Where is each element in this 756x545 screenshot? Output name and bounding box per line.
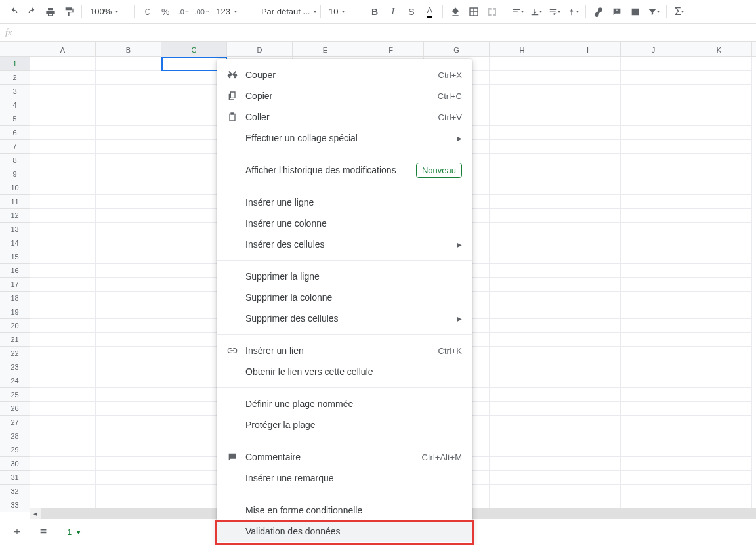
- cell-H15[interactable]: [490, 250, 555, 264]
- cell-J6[interactable]: [621, 126, 686, 140]
- cell-I6[interactable]: [555, 126, 621, 140]
- cell-I9[interactable]: [555, 167, 621, 181]
- cell-A26[interactable]: [30, 402, 96, 416]
- row-header-33[interactable]: 33: [0, 498, 30, 512]
- cell-J26[interactable]: [621, 402, 686, 416]
- cell-J9[interactable]: [621, 167, 686, 181]
- cell-I24[interactable]: [555, 374, 621, 388]
- formula-input[interactable]: [20, 24, 751, 41]
- cell-A19[interactable]: [30, 305, 96, 319]
- cell-I11[interactable]: [555, 195, 621, 209]
- cell-A29[interactable]: [30, 443, 96, 457]
- menu-insert-row[interactable]: Insérer une ligne: [217, 192, 472, 213]
- column-header-I[interactable]: I: [555, 42, 621, 57]
- cell-H11[interactable]: [490, 195, 555, 209]
- cell-I1[interactable]: [555, 57, 621, 71]
- cell-K11[interactable]: [686, 195, 752, 209]
- row-header-26[interactable]: 26: [0, 402, 30, 416]
- cell-J20[interactable]: [621, 319, 686, 333]
- cell-A14[interactable]: [30, 236, 96, 250]
- sheet-tab-1[interactable]: 1 ▼: [60, 523, 88, 542]
- cell-A16[interactable]: [30, 264, 96, 278]
- menu-copy[interactable]: Copier Ctrl+C: [217, 85, 472, 106]
- filter-button[interactable]: ▾: [645, 3, 662, 20]
- cell-I26[interactable]: [555, 402, 621, 416]
- print-button[interactable]: [42, 3, 59, 20]
- cell-K5[interactable]: [686, 112, 752, 126]
- row-header-8[interactable]: 8: [0, 154, 30, 167]
- cell-A24[interactable]: [30, 374, 96, 388]
- insert-chart-button[interactable]: [627, 3, 644, 20]
- cell-J23[interactable]: [621, 360, 686, 374]
- cell-B15[interactable]: [96, 250, 161, 264]
- cell-K13[interactable]: [686, 223, 752, 236]
- all-sheets-button[interactable]: ≡: [34, 523, 52, 542]
- cell-K15[interactable]: [686, 250, 752, 264]
- cell-K24[interactable]: [686, 374, 752, 388]
- cell-B9[interactable]: [96, 167, 161, 181]
- cell-K19[interactable]: [686, 305, 752, 319]
- cell-A25[interactable]: [30, 388, 96, 402]
- cell-J11[interactable]: [621, 195, 686, 209]
- cell-I17[interactable]: [555, 278, 621, 292]
- cell-K12[interactable]: [686, 209, 752, 223]
- cell-B29[interactable]: [96, 443, 161, 457]
- cell-A3[interactable]: [30, 85, 96, 98]
- menu-paste-special[interactable]: Effectuer un collage spécial ▶: [217, 127, 472, 148]
- cell-K14[interactable]: [686, 236, 752, 250]
- column-header-E[interactable]: E: [293, 42, 358, 57]
- scroll-left-icon[interactable]: ◄: [30, 508, 41, 519]
- borders-button[interactable]: [465, 3, 482, 20]
- cell-B26[interactable]: [96, 402, 161, 416]
- zoom-select[interactable]: 100%: [86, 4, 130, 20]
- cell-I16[interactable]: [555, 264, 621, 278]
- column-header-C[interactable]: C: [161, 42, 227, 57]
- row-header-19[interactable]: 19: [0, 305, 30, 319]
- cell-H7[interactable]: [490, 140, 555, 154]
- cell-H12[interactable]: [490, 209, 555, 223]
- cell-H28[interactable]: [490, 429, 555, 443]
- add-sheet-button[interactable]: +: [8, 523, 26, 542]
- column-header-B[interactable]: B: [96, 42, 161, 57]
- cell-J5[interactable]: [621, 112, 686, 126]
- cell-A20[interactable]: [30, 319, 96, 333]
- menu-protect-range[interactable]: Protéger la plage: [217, 414, 472, 435]
- row-header-2[interactable]: 2: [0, 71, 30, 85]
- cell-B2[interactable]: [96, 71, 161, 85]
- cell-J22[interactable]: [621, 347, 686, 360]
- column-header-G[interactable]: G: [424, 42, 490, 57]
- cell-B14[interactable]: [96, 236, 161, 250]
- cell-I23[interactable]: [555, 360, 621, 374]
- cell-H9[interactable]: [490, 167, 555, 181]
- text-rotation-button[interactable]: ▾: [564, 3, 581, 20]
- cell-B18[interactable]: [96, 292, 161, 305]
- row-header-30[interactable]: 30: [0, 457, 30, 471]
- row-header-31[interactable]: 31: [0, 471, 30, 485]
- cell-K32[interactable]: [686, 485, 752, 498]
- cell-B16[interactable]: [96, 264, 161, 278]
- currency-euro-button[interactable]: €: [138, 3, 156, 20]
- row-header-11[interactable]: 11: [0, 195, 30, 209]
- cell-A10[interactable]: [30, 181, 96, 195]
- cell-A1[interactable]: [30, 57, 96, 71]
- cell-J27[interactable]: [621, 416, 686, 429]
- row-header-27[interactable]: 27: [0, 416, 30, 429]
- cell-K25[interactable]: [686, 388, 752, 402]
- cell-A18[interactable]: [30, 292, 96, 305]
- cell-J8[interactable]: [621, 154, 686, 167]
- cell-B27[interactable]: [96, 416, 161, 429]
- menu-delete-cells[interactable]: Supprimer des cellules ▶: [217, 308, 472, 329]
- cell-B11[interactable]: [96, 195, 161, 209]
- cell-H31[interactable]: [490, 471, 555, 485]
- menu-insert-note[interactable]: Insérer une remarque: [217, 468, 472, 489]
- functions-button[interactable]: Σ▾: [671, 3, 688, 20]
- menu-insert-cells[interactable]: Insérer des cellules ▶: [217, 234, 472, 255]
- cell-H32[interactable]: [490, 485, 555, 498]
- menu-data-validation[interactable]: Validation des données: [217, 521, 472, 542]
- cell-A22[interactable]: [30, 347, 96, 360]
- cell-A9[interactable]: [30, 167, 96, 181]
- cell-A5[interactable]: [30, 112, 96, 126]
- row-header-1[interactable]: 1: [0, 57, 30, 71]
- cell-J32[interactable]: [621, 485, 686, 498]
- row-header-16[interactable]: 16: [0, 264, 30, 278]
